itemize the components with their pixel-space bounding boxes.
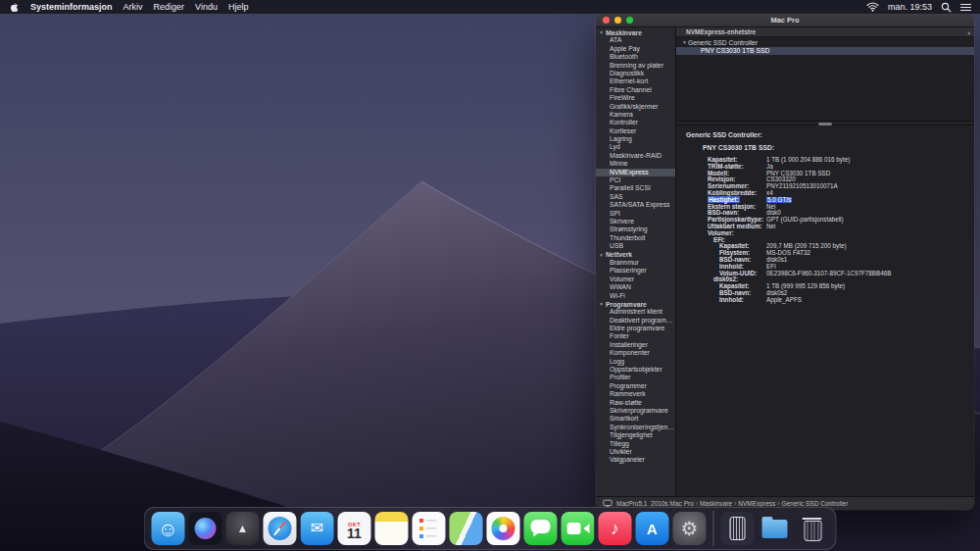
sidebar-section-nettverk[interactable]: ▼Nettverk xyxy=(596,251,675,259)
dock-safari-icon[interactable] xyxy=(264,512,297,545)
sidebar-item-raw-st-tte[interactable]: Raw-støtte xyxy=(596,399,675,407)
sidebar-item-bluetooth[interactable]: Bluetooth xyxy=(596,53,675,61)
device-title: PNY CS3030 1TB SSD: xyxy=(703,144,974,151)
sidebar-item-eldre-programvare[interactable]: Eldre programvare xyxy=(596,325,675,332)
window-titlebar[interactable]: Mac Pro xyxy=(596,14,974,27)
sidebar-item-lagring[interactable]: Lagring xyxy=(596,135,675,143)
dock-downloads-icon[interactable] xyxy=(759,512,792,545)
active-app-name[interactable]: Systeminformasjon xyxy=(30,2,113,12)
menu-arkiv[interactable]: Arkiv xyxy=(123,2,143,12)
sidebar-item-lyd[interactable]: Lyd xyxy=(596,143,675,151)
wifi-icon[interactable] xyxy=(866,2,879,12)
sidebar-item-synkroniseringstjene-[interactable]: Synkroniseringstjene... xyxy=(596,424,675,431)
sidebar-section-programvare[interactable]: ▼Programvare xyxy=(596,300,675,308)
dock-reminders-icon[interactable] xyxy=(413,512,446,545)
sidebar-item-brenning-av-plater[interactable]: Brenning av plater xyxy=(596,62,675,70)
sidebar-item-maskinvare-raid[interactable]: Maskinvare-RAID xyxy=(596,152,675,160)
sidebar-item-parallell-scsi[interactable]: Parallell SCSI xyxy=(596,184,675,192)
spotlight-search-icon[interactable] xyxy=(941,2,952,13)
menu-bar-clock[interactable]: man. 19:53 xyxy=(888,2,932,12)
tree-row[interactable]: ▼Generic SSD Controller xyxy=(676,38,974,47)
menu-rediger[interactable]: Rediger xyxy=(154,2,185,12)
apple-menu-icon[interactable] xyxy=(9,1,20,14)
sidebar-item-wi-fi[interactable]: Wi-Fi xyxy=(596,292,675,300)
sidebar-item-ethernet-kort[interactable]: Ethernet-kort xyxy=(596,77,675,85)
sidebar-item-sas[interactable]: SAS xyxy=(596,193,675,201)
sidebar-item-deaktivert-programvare[interactable]: Deaktivert programvare xyxy=(596,317,675,325)
menu-vindu[interactable]: Vindu xyxy=(195,2,218,12)
sidebar-section-maskinvare[interactable]: ▼Maskinvare xyxy=(596,28,675,36)
sidebar-item-pci[interactable]: PCI xyxy=(596,176,675,184)
close-button[interactable] xyxy=(603,17,610,24)
dock-calendar-icon[interactable]: OKT11 xyxy=(338,512,371,545)
sidebar-item-wwan[interactable]: WWAN xyxy=(596,283,675,291)
dock-mail-icon[interactable]: ✉ xyxy=(301,512,334,545)
dock-macpro-icon[interactable] xyxy=(721,512,755,545)
sidebar-item-grafikk-skjermer[interactable]: Grafikk/skjermer xyxy=(596,103,675,111)
sidebar-item-administrert-klient[interactable]: Administrert klient xyxy=(596,308,675,316)
dock-trash-icon[interactable] xyxy=(796,512,829,545)
pane-splitter[interactable] xyxy=(676,121,974,125)
sidebar-item-skrivere[interactable]: Skrivere xyxy=(596,218,675,225)
sidebar-item-sata-sata-express[interactable]: SATA/SATA Express xyxy=(596,201,675,209)
dock-facetime-icon[interactable] xyxy=(562,512,595,545)
details-pane[interactable]: Generic SSD Controller: PNY CS3030 1TB S… xyxy=(676,125,974,496)
sidebar-item-valgpaneler[interactable]: Valgpaneler xyxy=(596,456,675,464)
sidebar-item-utvikler[interactable]: Utvikler xyxy=(596,448,675,456)
sidebar-item-tilgjengelighet[interactable]: Tilgjengelighet xyxy=(596,431,675,439)
breadcrumb[interactable]: MacPro5,1_2010s Mac Pro›Maskinvare›NVMEx… xyxy=(616,500,848,507)
breadcrumb-item[interactable]: Generic SSD Controller xyxy=(781,500,848,507)
device-tree-header[interactable]: NVMExpress-enhetstre ▴ xyxy=(676,27,974,37)
sidebar-item-firewire[interactable]: FireWire xyxy=(596,94,675,102)
sidebar-item-rammeverk[interactable]: Rammeverk xyxy=(596,390,675,398)
tree-row[interactable]: PNY CS3030 1TB SSD xyxy=(676,47,974,56)
sidebar-item-plasseringer[interactable]: Plasseringer xyxy=(596,267,675,275)
dock-music-icon[interactable]: ♪ xyxy=(599,512,632,545)
sidebar-item-fonter[interactable]: Fonter xyxy=(596,332,675,340)
device-tree[interactable]: ▼Generic SSD ControllerPNY CS3030 1TB SS… xyxy=(676,37,974,121)
minimize-button[interactable] xyxy=(614,17,621,24)
sidebar-item-thunderbolt[interactable]: Thunderbolt xyxy=(596,234,675,242)
dock-maps-icon[interactable] xyxy=(450,512,483,545)
sidebar-item-komponenter[interactable]: Komponenter xyxy=(596,349,675,357)
sidebar-item-tillegg[interactable]: Tillegg xyxy=(596,440,675,448)
sidebar-item-brannmur[interactable]: Brannmur xyxy=(596,259,675,267)
dock-appstore-icon[interactable]: A xyxy=(636,512,669,545)
sidebar-item-skriverprogramvare[interactable]: Skriverprogramvare xyxy=(596,407,675,415)
sidebar-item-kamera[interactable]: Kamera xyxy=(596,111,675,119)
dock-messages-icon[interactable] xyxy=(524,512,558,545)
sidebar-item-nvmexpress[interactable]: NVMExpress xyxy=(596,169,675,176)
sidebar-item-oppstartsobjekter[interactable]: Oppstartsobjekter xyxy=(596,366,675,374)
dock-notes-icon[interactable] xyxy=(375,512,409,545)
sidebar-item-diagnostikk[interactable]: Diagnostikk xyxy=(596,70,675,77)
menu-hjelp[interactable]: Hjelp xyxy=(228,2,249,12)
breadcrumb-item[interactable]: NVMExpress xyxy=(738,500,775,507)
zoom-button[interactable] xyxy=(626,17,633,24)
breadcrumb-item[interactable]: MacPro5,1_2010s Mac Pro xyxy=(616,500,694,507)
sidebar-item-ata[interactable]: ATA xyxy=(596,36,675,44)
dock-photos-icon[interactable] xyxy=(487,512,520,545)
detail-row[interactable]: Innhold:Apple_APFS xyxy=(676,297,974,304)
sidebar-item-volumer[interactable]: Volumer xyxy=(596,276,675,283)
sidebar-item-spi[interactable]: SPI xyxy=(596,210,675,218)
sidebar-item-apple-pay[interactable]: Apple Pay xyxy=(596,45,675,53)
notification-center-icon[interactable] xyxy=(960,3,971,12)
sidebar-item-minne[interactable]: Minne xyxy=(596,160,675,168)
sidebar-item-profiler[interactable]: Profiler xyxy=(596,374,675,381)
sidebar-item-kontroller[interactable]: Kontroller xyxy=(596,119,675,126)
sidebar-item-fibre-channel[interactable]: Fibre Channel xyxy=(596,86,675,94)
disclosure-triangle-icon[interactable]: ▼ xyxy=(681,39,688,45)
sidebar-item-str-mstyring[interactable]: Strømstyring xyxy=(596,225,675,233)
sidebar-item-programmer[interactable]: Programmer xyxy=(596,382,675,390)
dock-finder-icon[interactable]: ☺ xyxy=(152,512,185,545)
sidebar-item-smartkort[interactable]: Smartkort xyxy=(596,415,675,423)
dock-sysprefs-icon[interactable]: ⚙ xyxy=(673,512,707,545)
sidebar-item-kortleser[interactable]: Kortleser xyxy=(596,127,675,135)
sidebar-item-installeringer[interactable]: Installeringer xyxy=(596,341,675,349)
sidebar-item-logg[interactable]: Logg xyxy=(596,358,675,366)
dock-siri-icon[interactable] xyxy=(189,512,222,545)
breadcrumb-item[interactable]: Maskinvare xyxy=(700,500,732,507)
dock-launchpad-icon[interactable]: ▲ xyxy=(226,512,260,545)
sidebar[interactable]: ▼MaskinvareATAApple PayBluetoothBrenning… xyxy=(596,27,676,496)
sidebar-item-usb[interactable]: USB xyxy=(596,242,675,250)
